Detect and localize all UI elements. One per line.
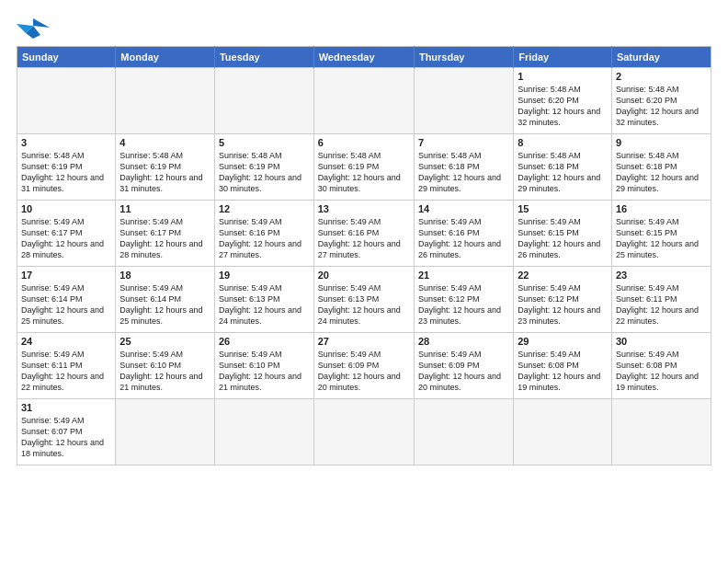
day-number: 7 (418, 137, 509, 148)
calendar-week-2: 10Sunrise: 5:49 AM Sunset: 6:17 PM Dayli… (17, 201, 711, 267)
calendar-cell (611, 399, 711, 465)
day-number: 11 (119, 203, 210, 214)
day-info: Sunrise: 5:49 AM Sunset: 6:13 PM Dayligh… (219, 282, 310, 327)
day-info: Sunrise: 5:49 AM Sunset: 6:14 PM Dayligh… (119, 282, 210, 327)
calendar-cell (116, 68, 215, 134)
day-number: 13 (318, 203, 410, 214)
weekday-header-saturday: Saturday (611, 47, 711, 68)
calendar-cell: 23Sunrise: 5:49 AM Sunset: 6:11 PM Dayli… (611, 267, 711, 333)
day-number: 10 (21, 203, 111, 214)
day-info: Sunrise: 5:49 AM Sunset: 6:15 PM Dayligh… (616, 216, 707, 261)
day-info: Sunrise: 5:49 AM Sunset: 6:10 PM Dayligh… (119, 349, 210, 394)
calendar-cell: 18Sunrise: 5:49 AM Sunset: 6:14 PM Dayli… (116, 267, 215, 333)
calendar-cell: 29Sunrise: 5:49 AM Sunset: 6:08 PM Dayli… (514, 333, 612, 399)
weekday-header-monday: Monday (116, 47, 215, 68)
calendar-cell: 7Sunrise: 5:48 AM Sunset: 6:18 PM Daylig… (414, 134, 513, 201)
day-number: 30 (616, 336, 707, 347)
header (17, 15, 711, 40)
calendar-cell: 10Sunrise: 5:49 AM Sunset: 6:17 PM Dayli… (17, 201, 116, 267)
day-number: 27 (318, 336, 410, 347)
calendar-cell: 2Sunrise: 5:48 AM Sunset: 6:20 PM Daylig… (611, 68, 711, 134)
logo-bird-icon (17, 15, 50, 40)
weekday-header-thursday: Thursday (414, 47, 513, 68)
calendar-week-1: 3Sunrise: 5:48 AM Sunset: 6:19 PM Daylig… (17, 134, 711, 201)
calendar-cell: 3Sunrise: 5:48 AM Sunset: 6:19 PM Daylig… (17, 134, 116, 201)
day-info: Sunrise: 5:49 AM Sunset: 6:15 PM Dayligh… (518, 216, 608, 261)
calendar-week-0: 1Sunrise: 5:48 AM Sunset: 6:20 PM Daylig… (17, 68, 711, 134)
day-number: 29 (518, 336, 608, 347)
day-info: Sunrise: 5:49 AM Sunset: 6:09 PM Dayligh… (418, 349, 509, 394)
calendar-cell: 19Sunrise: 5:49 AM Sunset: 6:13 PM Dayli… (214, 267, 313, 333)
calendar-cell: 21Sunrise: 5:49 AM Sunset: 6:12 PM Dayli… (414, 267, 513, 333)
calendar-cell (313, 68, 414, 134)
day-info: Sunrise: 5:49 AM Sunset: 6:12 PM Dayligh… (418, 282, 509, 327)
calendar-cell (214, 399, 313, 465)
svg-marker-0 (33, 18, 50, 28)
calendar-cell: 28Sunrise: 5:49 AM Sunset: 6:09 PM Dayli… (414, 333, 513, 399)
calendar-cell (17, 68, 116, 134)
calendar-cell: 6Sunrise: 5:48 AM Sunset: 6:19 PM Daylig… (313, 134, 414, 201)
calendar: SundayMondayTuesdayWednesdayThursdayFrid… (17, 46, 711, 465)
day-number: 2 (616, 71, 707, 82)
calendar-cell: 17Sunrise: 5:49 AM Sunset: 6:14 PM Dayli… (17, 267, 116, 333)
calendar-cell: 16Sunrise: 5:49 AM Sunset: 6:15 PM Dayli… (611, 201, 711, 267)
day-info: Sunrise: 5:48 AM Sunset: 6:20 PM Dayligh… (518, 84, 608, 129)
calendar-cell: 9Sunrise: 5:48 AM Sunset: 6:18 PM Daylig… (611, 134, 711, 201)
day-number: 6 (318, 137, 410, 148)
day-number: 12 (219, 203, 310, 214)
weekday-header-friday: Friday (514, 47, 612, 68)
calendar-cell: 26Sunrise: 5:49 AM Sunset: 6:10 PM Dayli… (214, 333, 313, 399)
calendar-cell: 31Sunrise: 5:49 AM Sunset: 6:07 PM Dayli… (17, 399, 116, 465)
day-info: Sunrise: 5:49 AM Sunset: 6:16 PM Dayligh… (318, 216, 410, 261)
calendar-week-3: 17Sunrise: 5:49 AM Sunset: 6:14 PM Dayli… (17, 267, 711, 333)
day-number: 20 (318, 270, 410, 281)
day-info: Sunrise: 5:49 AM Sunset: 6:16 PM Dayligh… (418, 216, 509, 261)
calendar-cell: 22Sunrise: 5:49 AM Sunset: 6:12 PM Dayli… (514, 267, 612, 333)
day-info: Sunrise: 5:49 AM Sunset: 6:08 PM Dayligh… (518, 349, 608, 394)
day-info: Sunrise: 5:49 AM Sunset: 6:11 PM Dayligh… (21, 349, 111, 394)
day-info: Sunrise: 5:49 AM Sunset: 6:17 PM Dayligh… (119, 216, 210, 261)
calendar-cell: 8Sunrise: 5:48 AM Sunset: 6:18 PM Daylig… (514, 134, 612, 201)
weekday-header-sunday: Sunday (17, 47, 116, 68)
calendar-cell: 13Sunrise: 5:49 AM Sunset: 6:16 PM Dayli… (313, 201, 414, 267)
calendar-cell: 30Sunrise: 5:49 AM Sunset: 6:08 PM Dayli… (611, 333, 711, 399)
calendar-cell: 25Sunrise: 5:49 AM Sunset: 6:10 PM Dayli… (116, 333, 215, 399)
day-number: 8 (518, 137, 608, 148)
day-info: Sunrise: 5:49 AM Sunset: 6:14 PM Dayligh… (21, 282, 111, 327)
day-number: 18 (119, 270, 210, 281)
calendar-cell: 5Sunrise: 5:48 AM Sunset: 6:19 PM Daylig… (214, 134, 313, 201)
day-info: Sunrise: 5:48 AM Sunset: 6:19 PM Dayligh… (219, 150, 310, 195)
day-info: Sunrise: 5:48 AM Sunset: 6:18 PM Dayligh… (518, 150, 608, 195)
calendar-cell (514, 399, 612, 465)
logo (17, 15, 53, 40)
calendar-cell (313, 399, 414, 465)
day-info: Sunrise: 5:48 AM Sunset: 6:18 PM Dayligh… (616, 150, 707, 195)
day-info: Sunrise: 5:49 AM Sunset: 6:07 PM Dayligh… (21, 415, 111, 460)
weekday-header-wednesday: Wednesday (313, 47, 414, 68)
calendar-cell: 24Sunrise: 5:49 AM Sunset: 6:11 PM Dayli… (17, 333, 116, 399)
calendar-cell (116, 399, 215, 465)
day-number: 26 (219, 336, 310, 347)
calendar-cell: 4Sunrise: 5:48 AM Sunset: 6:19 PM Daylig… (116, 134, 215, 201)
day-number: 15 (518, 203, 608, 214)
day-info: Sunrise: 5:48 AM Sunset: 6:18 PM Dayligh… (418, 150, 509, 195)
day-info: Sunrise: 5:49 AM Sunset: 6:09 PM Dayligh… (318, 349, 410, 394)
calendar-header-row: SundayMondayTuesdayWednesdayThursdayFrid… (17, 47, 711, 68)
day-number: 5 (219, 137, 310, 148)
calendar-cell: 15Sunrise: 5:49 AM Sunset: 6:15 PM Dayli… (514, 201, 612, 267)
day-info: Sunrise: 5:48 AM Sunset: 6:20 PM Dayligh… (616, 84, 707, 129)
day-info: Sunrise: 5:49 AM Sunset: 6:10 PM Dayligh… (219, 349, 310, 394)
day-number: 24 (21, 336, 111, 347)
calendar-week-5: 31Sunrise: 5:49 AM Sunset: 6:07 PM Dayli… (17, 399, 711, 465)
day-info: Sunrise: 5:49 AM Sunset: 6:11 PM Dayligh… (616, 282, 707, 327)
day-info: Sunrise: 5:49 AM Sunset: 6:13 PM Dayligh… (318, 282, 410, 327)
calendar-week-4: 24Sunrise: 5:49 AM Sunset: 6:11 PM Dayli… (17, 333, 711, 399)
calendar-cell: 20Sunrise: 5:49 AM Sunset: 6:13 PM Dayli… (313, 267, 414, 333)
day-number: 25 (119, 336, 210, 347)
calendar-cell: 11Sunrise: 5:49 AM Sunset: 6:17 PM Dayli… (116, 201, 215, 267)
day-number: 28 (418, 336, 509, 347)
day-info: Sunrise: 5:49 AM Sunset: 6:16 PM Dayligh… (219, 216, 310, 261)
calendar-cell: 1Sunrise: 5:48 AM Sunset: 6:20 PM Daylig… (514, 68, 612, 134)
day-number: 14 (418, 203, 509, 214)
day-number: 16 (616, 203, 707, 214)
